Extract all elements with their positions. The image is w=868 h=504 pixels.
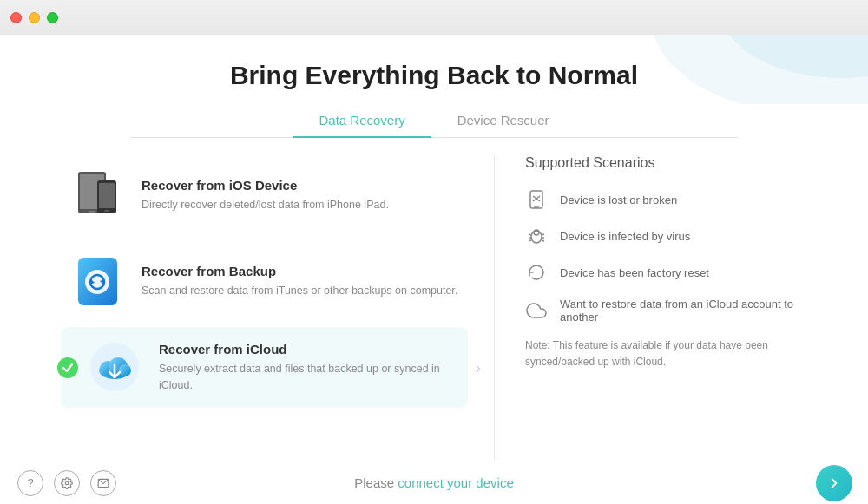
scenario-virus-text: Device is infected by virus	[560, 230, 690, 243]
backup-item-text: Recover from Backup Scan and restore dat…	[141, 264, 459, 299]
svg-point-9	[85, 270, 109, 294]
ios-item-text: Recover from iOS Device Directly recover…	[141, 178, 459, 213]
mail-icon	[97, 477, 109, 489]
main-content: Bring Everything Back to Normal Data Rec…	[0, 35, 868, 461]
selected-check-badge	[57, 357, 78, 378]
mail-button[interactable]	[90, 470, 116, 496]
icloud-icon	[87, 339, 143, 396]
bug-icon	[525, 225, 548, 247]
backup-item-title: Recover from Backup	[141, 264, 459, 278]
scenario-factory-reset: Device has been factory reset	[525, 261, 807, 284]
svg-point-30	[65, 481, 69, 485]
recover-icloud-item[interactable]: Recover from iCloud Securely extract dat…	[61, 327, 468, 408]
columns-container: Recover from iOS Device Directly recover…	[61, 155, 807, 461]
recover-ios-item[interactable]: Recover from iOS Device Directly recover…	[61, 155, 468, 236]
svg-line-26	[529, 240, 531, 241]
bottom-left-icons: ?	[17, 470, 116, 496]
scenarios-panel: Supported Scenarios Device is lost or br…	[495, 155, 807, 461]
minimize-button[interactable]: –	[29, 12, 40, 23]
status-highlight: connect your device	[398, 475, 513, 490]
tab-data-recovery[interactable]: Data Recovery	[293, 106, 431, 138]
reset-icon	[525, 261, 548, 284]
svg-point-16	[119, 364, 131, 376]
svg-line-24	[529, 234, 531, 235]
title-bar: ✕ – +	[0, 0, 868, 35]
svg-rect-18	[530, 191, 542, 208]
ios-item-desc: Directly recover deleted/lost data from …	[141, 197, 459, 213]
scenario-lost-broken: Device is lost or broken	[525, 188, 807, 211]
scenarios-title: Supported Scenarios	[525, 155, 807, 171]
tab-device-rescuer[interactable]: Device Rescuer	[431, 106, 575, 138]
scenario-icloud-restore: Want to restore data from an iCloud acco…	[525, 298, 807, 324]
scenario-virus: Device is infected by virus	[525, 225, 807, 247]
svg-rect-7	[104, 210, 109, 212]
bottom-bar: ? Please connect your device	[0, 461, 868, 504]
cloud-icon	[525, 299, 548, 322]
svg-rect-6	[99, 183, 115, 208]
svg-line-29	[542, 240, 544, 241]
next-arrow-icon	[826, 475, 842, 491]
ios-item-title: Recover from iOS Device	[141, 178, 459, 193]
settings-button[interactable]	[54, 470, 80, 496]
svg-line-27	[542, 234, 544, 235]
ios-device-icon	[69, 167, 126, 224]
help-icon: ?	[27, 476, 33, 489]
next-button[interactable]	[816, 465, 852, 501]
scenario-reset-text: Device has been factory reset	[560, 266, 709, 279]
gear-icon	[61, 477, 73, 489]
maximize-button[interactable]: +	[47, 12, 58, 23]
hero-heading: Bring Everything Back to Normal	[230, 61, 638, 90]
close-button[interactable]: ✕	[10, 12, 22, 23]
svg-point-22	[531, 231, 542, 243]
phone-broken-icon	[525, 188, 548, 211]
scenario-icloud-text: Want to restore data from an iCloud acco…	[560, 298, 807, 324]
backup-icon	[69, 253, 126, 310]
icloud-item-title: Recover from iCloud	[159, 342, 459, 357]
help-button[interactable]: ?	[17, 470, 43, 496]
chevron-right-icon: ›	[476, 358, 481, 376]
icloud-item-text: Recover from iCloud Securely extract dat…	[159, 342, 459, 394]
recover-backup-item[interactable]: Recover from Backup Scan and restore dat…	[61, 241, 468, 322]
svg-rect-4	[89, 211, 95, 213]
scenario-lost-text: Device is lost or broken	[560, 193, 677, 206]
tabs-container: Data Recovery Device Rescuer	[130, 106, 738, 138]
scenarios-note: Note: This feature is available if your …	[525, 337, 807, 370]
backup-item-desc: Scan and restore data from iTunes or oth…	[141, 283, 459, 299]
recovery-options-list: Recover from iOS Device Directly recover…	[61, 155, 495, 461]
icloud-item-desc: Securely extract data and files that bac…	[159, 361, 459, 394]
status-text: Please connect your device	[354, 475, 513, 490]
